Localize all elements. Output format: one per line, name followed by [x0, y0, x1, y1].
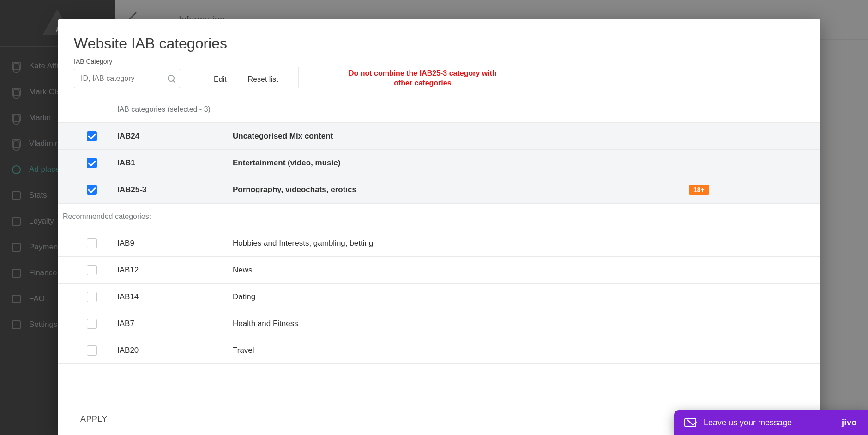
row-iab-code: IAB12 — [117, 266, 233, 275]
dialog-controls: IAB Category Edit Reset list Do not comb… — [74, 58, 804, 88]
row-iab-code: IAB14 — [117, 292, 233, 302]
row-iab-code: IAB1 — [117, 158, 233, 168]
search-field-label: IAB Category — [74, 58, 180, 65]
jivo-chat-widget[interactable]: Leave us your message jivo — [674, 410, 868, 435]
table-row: IAB20Travel — [58, 337, 820, 364]
row-category-name: Hobbies and Interests, gambling, betting — [233, 239, 689, 248]
dialog-body: IAB categories (selected - 3) IAB24Uncat… — [58, 96, 820, 403]
row-iab-code: IAB9 — [117, 239, 233, 248]
row-category-name: Entertainment (video, music) — [233, 158, 689, 168]
row-iab-code: IAB7 — [117, 319, 233, 328]
row-category-name: Uncategorised Mix content — [233, 132, 689, 141]
row-checkbox[interactable] — [87, 319, 97, 329]
row-category-name: Health and Fitness — [233, 319, 689, 328]
table-row: IAB25-3Pornography, videochats, erotics1… — [58, 176, 820, 203]
row-checkbox[interactable] — [87, 131, 97, 141]
edit-button[interactable]: Edit — [206, 71, 234, 88]
search-box[interactable] — [74, 69, 180, 88]
table-header-label: IAB categories (selected - 3) — [117, 97, 800, 122]
row-category-name: Dating — [233, 292, 689, 302]
search-icon — [168, 75, 175, 82]
row-category-name: Travel — [233, 346, 689, 355]
row-checkbox[interactable] — [87, 158, 97, 168]
warning-text: Do not combine the IAB25-3 category with… — [339, 68, 506, 88]
table-row: IAB7Health and Fitness — [58, 310, 820, 337]
table-header-row: IAB categories (selected - 3) — [58, 96, 820, 123]
dialog-title: Website IAB categories — [74, 35, 804, 52]
dialog-header: Website IAB categories IAB Category Edit… — [58, 19, 820, 96]
row-category-name: Pornography, videochats, erotics — [233, 185, 689, 194]
search-field: IAB Category — [74, 58, 180, 88]
row-checkbox[interactable] — [87, 265, 97, 275]
table-row: IAB14Dating — [58, 284, 820, 310]
app-root: AFFIL Kate AffilMark OlsMartinVladimirAd… — [0, 0, 868, 435]
search-input[interactable] — [81, 74, 163, 83]
table-row: IAB1Entertainment (video, music) — [58, 150, 820, 176]
row-iab-code: IAB25-3 — [117, 185, 233, 194]
badge-18plus: 18+ — [689, 185, 709, 195]
table-row: IAB12News — [58, 257, 820, 284]
table-row: IAB24Uncategorised Mix content — [58, 123, 820, 150]
control-divider-2 — [298, 67, 299, 88]
row-checkbox[interactable] — [87, 238, 97, 248]
reset-list-button[interactable]: Reset list — [241, 71, 286, 88]
recommended-header-label: Recommended categories: — [63, 212, 815, 221]
row-checkbox[interactable] — [87, 292, 97, 302]
row-checkbox[interactable] — [87, 345, 97, 356]
apply-button[interactable]: APPLY — [80, 414, 108, 424]
control-divider — [193, 67, 193, 88]
row-checkbox[interactable] — [87, 185, 97, 195]
iab-dialog: Website IAB categories IAB Category Edit… — [58, 19, 820, 435]
jivo-brand: jivo — [842, 418, 857, 428]
row-iab-code: IAB24 — [117, 132, 233, 141]
row-category-name: News — [233, 266, 689, 275]
jivo-message: Leave us your message — [704, 418, 792, 428]
envelope-icon — [684, 418, 696, 427]
table-row: IAB9Hobbies and Interests, gambling, bet… — [58, 230, 820, 257]
recommended-header: Recommended categories: — [58, 203, 820, 230]
table-scrollpane[interactable]: IAB categories (selected - 3) IAB24Uncat… — [58, 96, 820, 403]
row-iab-code: IAB20 — [117, 346, 233, 355]
